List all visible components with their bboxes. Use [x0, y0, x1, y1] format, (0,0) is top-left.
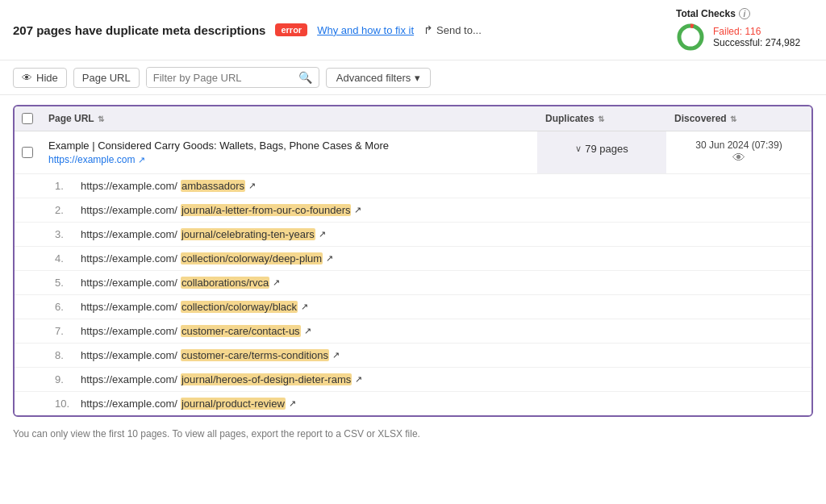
list-item: 2. https://example.com/journal/a-letter-…: [15, 198, 811, 223]
ext-link-icon: ↗: [354, 205, 361, 215]
header-page-url: Page URL ⇅: [40, 106, 537, 131]
ext-link-icon: ↗: [355, 374, 362, 385]
sort-page-url-icon[interactable]: ⇅: [98, 115, 104, 123]
ext-link-icon: ↗: [319, 229, 326, 240]
sub-row-link[interactable]: https://example.com/collaborations/rvca …: [81, 277, 803, 289]
table-container: Page URL ⇅ Duplicates ⇅ Discovered ⇅ Exa…: [13, 105, 813, 417]
ext-link-icon: ↗: [301, 302, 308, 312]
ext-link-icon: ↗: [289, 398, 296, 409]
external-link-icon: ↗: [138, 155, 145, 165]
advanced-filters-button[interactable]: Advanced filters ▾: [326, 68, 432, 88]
sub-row-link[interactable]: https://example.com/journal/a-letter-fro…: [81, 204, 803, 216]
total-checks-box: Total Checks i Failed: 116 Successful: 2…: [676, 8, 813, 52]
donut-chart: [676, 23, 705, 52]
main-content: Page URL ⇅ Duplicates ⇅ Discovered ⇅ Exa…: [0, 95, 826, 452]
row-checkbox-cell: [15, 131, 40, 173]
why-fix-button[interactable]: Why and how to fix it: [317, 24, 414, 36]
page-url-button[interactable]: Page URL: [73, 68, 140, 88]
ext-link-icon: ↗: [326, 253, 333, 264]
sub-row-link[interactable]: https://example.com/collection/colorway/…: [81, 301, 803, 313]
sort-duplicates-icon[interactable]: ⇅: [598, 115, 604, 123]
row-number: 8.: [55, 349, 81, 361]
row-number: 7.: [55, 325, 81, 337]
info-icon[interactable]: i: [739, 8, 750, 19]
row-page-url-cell: Example | Considered Carry Goods: Wallet…: [40, 131, 537, 173]
list-item: 4. https://example.com/collection/colorw…: [15, 247, 811, 271]
list-item: 10. https://example.com/journal/product-…: [15, 392, 811, 415]
total-checks-title: Total Checks i: [676, 8, 750, 19]
success-label: Successful: 274,982: [713, 37, 800, 48]
hide-button[interactable]: 👁 Hide: [13, 68, 67, 88]
header-checkbox[interactable]: [22, 113, 33, 124]
sub-row-link[interactable]: https://example.com/collection/colorway/…: [81, 252, 803, 264]
page-title: 207 pages have duplicate meta descriptio…: [13, 23, 265, 37]
list-item: 6. https://example.com/collection/colorw…: [15, 295, 811, 319]
view-icon[interactable]: 👁: [732, 151, 745, 165]
search-icon-button[interactable]: 🔍: [292, 68, 319, 87]
list-item: 7. https://example.com/customer-care/con…: [15, 319, 811, 344]
list-item: 8. https://example.com/customer-care/ter…: [15, 344, 811, 368]
expand-chevron-icon: ∨: [575, 144, 582, 154]
ext-link-icon: ↗: [332, 350, 340, 360]
row-number: 1.: [55, 180, 81, 192]
row-discovered-cell: 30 Jun 2024 (07:39) 👁: [666, 131, 811, 173]
row-number: 6.: [55, 301, 81, 313]
sub-row-link[interactable]: https://example.com/ambassadors ↗: [81, 180, 803, 192]
checks-labels: Failed: 116 Successful: 274,982: [713, 26, 800, 48]
duplicates-badge[interactable]: ∨ 79 pages: [569, 140, 635, 158]
row-checkbox[interactable]: [22, 147, 33, 158]
ext-link-icon: ↗: [273, 277, 280, 288]
filter-input[interactable]: [147, 69, 292, 87]
list-item: 3. https://example.com/journal/celebrati…: [15, 223, 811, 247]
chevron-down-icon: ▾: [415, 72, 420, 84]
send-to-button[interactable]: ↱ Send to...: [423, 23, 482, 36]
footer-note: You can only view the first 10 pages. To…: [13, 425, 813, 443]
sub-row-link[interactable]: https://example.com/customer-care/terms-…: [81, 349, 803, 361]
row-number: 4.: [55, 252, 81, 264]
eye-hide-icon: 👁: [22, 72, 32, 84]
sub-row-link[interactable]: https://example.com/journal/celebrating-…: [81, 228, 803, 240]
list-item: 5. https://example.com/collaborations/rv…: [15, 271, 811, 295]
header-checkbox-cell: [15, 106, 40, 131]
sub-row-link[interactable]: https://example.com/journal/heroes-of-de…: [81, 373, 803, 385]
table-header: Page URL ⇅ Duplicates ⇅ Discovered ⇅: [15, 106, 811, 131]
error-badge: error: [275, 23, 307, 36]
list-item: 1. https://example.com/ambassadors ↗: [15, 174, 811, 198]
header-discovered: Discovered ⇅: [666, 106, 811, 131]
row-number: 2.: [55, 204, 81, 216]
filter-wrap: 🔍: [146, 67, 319, 88]
send-arrow-icon: ↱: [423, 23, 433, 36]
ext-link-icon: ↗: [304, 326, 311, 336]
header-duplicates: Duplicates ⇅: [537, 106, 666, 131]
sub-row-link[interactable]: https://example.com/customer-care/contac…: [81, 325, 803, 337]
row-number: 9.: [55, 373, 81, 385]
row-number: 5.: [55, 277, 81, 289]
sub-rows: 1. https://example.com/ambassadors ↗ 2. …: [15, 174, 811, 415]
row-duplicates-cell: ∨ 79 pages: [537, 131, 666, 173]
toolbar: 👁 Hide Page URL 🔍 Advanced filters ▾: [0, 60, 826, 95]
svg-point-2: [682, 29, 699, 45]
checks-row: Failed: 116 Successful: 274,982: [676, 23, 800, 52]
main-table-row: Example | Considered Carry Goods: Wallet…: [15, 131, 811, 174]
list-item: 9. https://example.com/journal/heroes-of…: [15, 368, 811, 392]
row-number: 3.: [55, 228, 81, 240]
row-page-url-link[interactable]: https://example.com ↗: [48, 154, 529, 165]
failed-label: Failed: 116: [713, 26, 800, 37]
row-page-title: Example | Considered Carry Goods: Wallet…: [48, 140, 529, 152]
sort-discovered-icon[interactable]: ⇅: [730, 115, 736, 123]
row-number: 10.: [55, 398, 81, 410]
top-bar: 207 pages have duplicate meta descriptio…: [0, 0, 826, 60]
sub-row-link[interactable]: https://example.com/journal/product-revi…: [81, 398, 803, 410]
ext-link-icon: ↗: [248, 181, 256, 191]
